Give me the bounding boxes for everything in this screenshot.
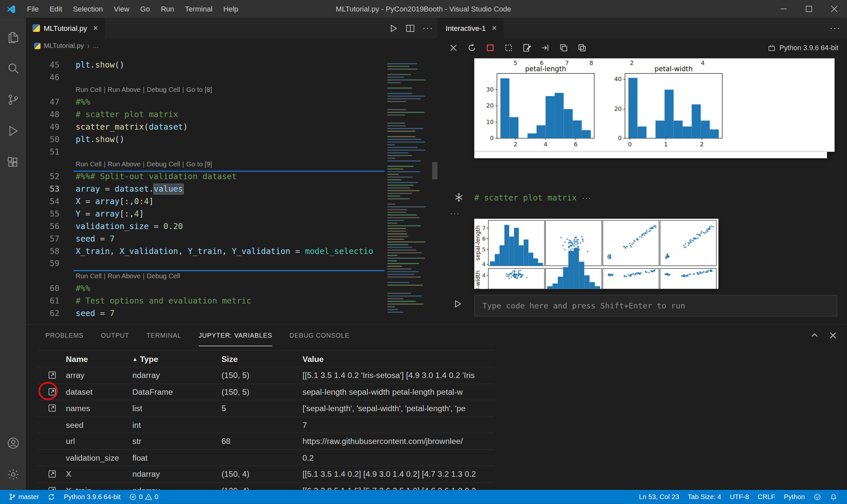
codelens-link[interactable]: Run Cell xyxy=(75,86,102,93)
code-line-62[interactable]: 62seed = 7 xyxy=(26,307,437,320)
col-header-name[interactable]: Name xyxy=(66,354,132,363)
col-header-type[interactable]: ▲ Type xyxy=(132,354,221,363)
codelens-link[interactable]: Run Above xyxy=(108,160,141,168)
menu-file[interactable]: File xyxy=(22,0,44,18)
variable-row-X_train[interactable]: X_trainndarray(120, 4)[[6.3 2.8 5.1 1.5]… xyxy=(38,483,494,490)
eol-indicator[interactable]: CRLF xyxy=(753,490,779,504)
code-line-53[interactable]: 53array = dataset.values xyxy=(26,183,437,196)
codelens-link[interactable]: Go to [9] xyxy=(186,160,212,168)
code-line-52[interactable]: 52#%%# Split-out validation dataset xyxy=(26,170,437,183)
code-line-60[interactable]: 60#%% xyxy=(26,283,437,295)
open-data-viewer-button[interactable] xyxy=(47,403,56,413)
breadcrumb-more[interactable]: ... xyxy=(93,42,98,50)
menu-terminal[interactable]: Terminal xyxy=(180,0,218,18)
outline-icon[interactable] xyxy=(503,43,513,53)
panel-tab-problems[interactable]: PROBLEMS xyxy=(45,325,83,346)
code-line-45[interactable]: 45plt.show() xyxy=(26,59,437,71)
open-data-viewer-button[interactable] xyxy=(47,486,56,490)
more-actions-icon[interactable]: ··· xyxy=(830,18,841,38)
variable-row-dataset[interactable]: datasetDataFrame(150, 5)sepal-length sep… xyxy=(38,384,494,400)
panel-tab-terminal[interactable]: TERMINAL xyxy=(146,325,181,346)
codelens-link[interactable]: Run Cell xyxy=(75,272,102,280)
open-data-viewer-button[interactable] xyxy=(47,470,56,479)
open-data-viewer-button[interactable] xyxy=(47,371,56,380)
codelens-link[interactable]: Debug Cell xyxy=(147,272,180,280)
restart-icon[interactable] xyxy=(467,43,477,53)
codelens-link[interactable]: Debug Cell xyxy=(147,160,180,168)
tab-interactive-1[interactable]: Interactive-1 × xyxy=(439,18,503,38)
cursor-position-indicator[interactable]: Ln 53, Col 23 xyxy=(635,490,684,504)
scrollbar-thumb[interactable] xyxy=(432,162,437,179)
search-icon[interactable] xyxy=(0,53,26,84)
extensions-icon[interactable] xyxy=(0,146,26,178)
code-line-48[interactable]: 48# scatter plot matrix xyxy=(26,109,437,121)
col-header-value[interactable]: Value xyxy=(303,354,494,363)
run-debug-icon[interactable] xyxy=(0,115,26,146)
close-icon[interactable] xyxy=(448,43,458,53)
code-editor[interactable]: 45plt.show()46Run Cell|Run Above|Debug C… xyxy=(26,53,437,324)
cell-actions-icon[interactable]: ··· xyxy=(582,193,591,202)
code-line-61[interactable]: 61# Test options and evaluation metric xyxy=(26,295,437,307)
close-panel-icon[interactable] xyxy=(829,331,837,340)
panel-tab-debug-console[interactable]: DEBUG CONSOLE xyxy=(289,325,349,346)
code-line-56[interactable]: 56validation_size = 0.20 xyxy=(26,220,437,233)
account-icon[interactable] xyxy=(0,427,26,458)
code-line-54[interactable]: 54X = array[:,0:4] xyxy=(26,196,437,208)
language-mode-indicator[interactable]: Python xyxy=(779,490,809,504)
cell-gutter-more-icon[interactable]: ··· xyxy=(450,209,460,218)
git-branch-indicator[interactable]: master xyxy=(4,490,43,504)
maximize-button[interactable] xyxy=(796,0,822,18)
variable-row-validation_size[interactable]: validation_sizefloat0.2 xyxy=(38,450,494,466)
code-line-47[interactable]: 47#%% xyxy=(26,96,437,109)
settings-icon[interactable] xyxy=(0,458,26,489)
menu-run[interactable]: Run xyxy=(155,0,180,18)
panel-tab-output[interactable]: OUTPUT xyxy=(101,325,129,346)
menu-selection[interactable]: Selection xyxy=(68,0,108,18)
breadcrumb-file[interactable]: MLTutorial.py xyxy=(44,42,84,50)
duplicate-icon[interactable] xyxy=(577,43,587,53)
snowflake-icon[interactable] xyxy=(454,193,463,202)
code-line-59[interactable]: 59 xyxy=(26,257,437,270)
copy-icon[interactable] xyxy=(559,43,569,53)
run-file-icon[interactable] xyxy=(389,24,398,33)
interrupt-icon[interactable] xyxy=(485,43,495,53)
minimap[interactable] xyxy=(385,53,432,324)
explorer-icon[interactable] xyxy=(0,21,26,52)
variable-row-seed[interactable]: seedint7 xyxy=(38,417,494,433)
menu-view[interactable]: View xyxy=(108,0,135,18)
indentation-indicator[interactable]: Tab Size: 4 xyxy=(683,490,725,504)
tab-close-icon[interactable]: × xyxy=(492,24,497,32)
codelens-link[interactable]: Debug Cell xyxy=(147,86,180,93)
breadcrumb[interactable]: MLTutorial.py › ... xyxy=(26,38,437,53)
code-line-58[interactable]: 58X_train, X_validation, Y_train, Y_vali… xyxy=(26,245,437,257)
variable-row-X[interactable]: Xndarray(150, 4)[[5.1 3.5 1.4 0.2] [4.9 … xyxy=(38,466,494,483)
minimize-button[interactable] xyxy=(771,0,796,18)
split-editor-icon[interactable] xyxy=(406,24,415,33)
panel-tab-jupyter-variables[interactable]: JUPYTER: VARIABLES xyxy=(199,325,272,346)
codelens-link[interactable]: Go to [8] xyxy=(186,86,212,93)
menu-edit[interactable]: Edit xyxy=(44,0,68,18)
tab-mltutorial[interactable]: MLTutorial.py × xyxy=(26,18,105,38)
menu-help[interactable]: Help xyxy=(218,0,244,18)
kernel-selector[interactable]: Python 3.9.6 64-bit xyxy=(768,38,839,57)
encoding-indicator[interactable]: UTF-8 xyxy=(725,490,754,504)
problems-indicator[interactable]: 0 0 xyxy=(125,490,162,504)
run-input-icon[interactable] xyxy=(453,299,463,308)
interactive-code-input[interactable] xyxy=(482,301,829,310)
python-interpreter-indicator[interactable]: Python 3.9.6 64-bit xyxy=(59,490,125,504)
source-control-icon[interactable] xyxy=(0,84,26,115)
variable-row-array[interactable]: arrayndarray(150, 5)[[5.1 3.5 1.4 0.2 'I… xyxy=(38,367,494,383)
code-line-49[interactable]: 49scatter_matrix(dataset) xyxy=(26,121,437,133)
close-window-button[interactable] xyxy=(822,0,847,18)
move-to-editor-icon[interactable] xyxy=(540,43,550,53)
codelens-link[interactable]: Run Cell xyxy=(75,160,102,168)
more-actions-icon[interactable]: ··· xyxy=(422,23,433,34)
notifications-button[interactable] xyxy=(825,490,842,504)
menu-go[interactable]: Go xyxy=(135,0,156,18)
code-line-50[interactable]: 50plt.show() xyxy=(26,133,437,146)
codelens-link[interactable]: Run Above xyxy=(108,86,141,93)
maximize-panel-icon[interactable] xyxy=(810,331,819,340)
code-line-46[interactable]: 46 xyxy=(26,71,437,84)
export-notebook-icon[interactable] xyxy=(522,43,532,53)
variable-row-url[interactable]: urlstr68https://raw.githubusercontent.co… xyxy=(38,433,494,450)
